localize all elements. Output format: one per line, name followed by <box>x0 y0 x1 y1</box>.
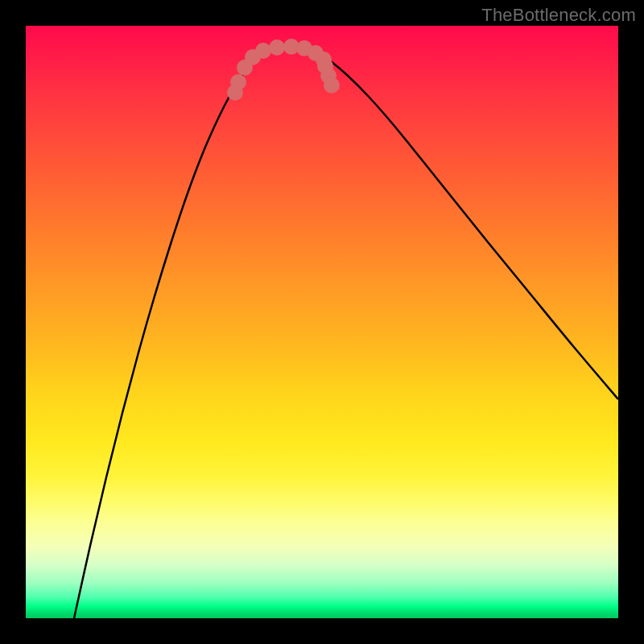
bottleneck-curve <box>74 47 618 618</box>
valley-marker <box>269 39 285 56</box>
valley-marker <box>255 43 271 59</box>
outer-frame: TheBottleneck.com <box>0 0 644 644</box>
valley-marker <box>230 74 246 90</box>
watermark-text: TheBottleneck.com <box>481 5 636 26</box>
plot-area <box>26 26 618 618</box>
valley-marker <box>324 77 340 93</box>
chart-svg <box>26 26 618 618</box>
